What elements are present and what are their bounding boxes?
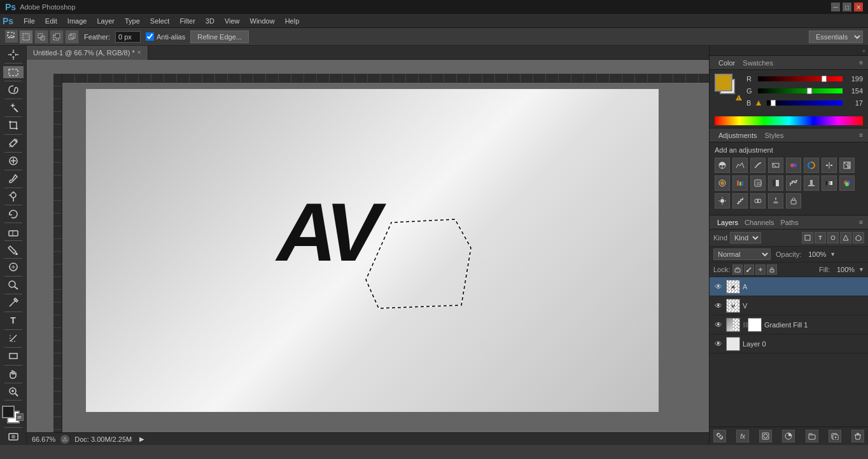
menu-filter[interactable]: Filter xyxy=(174,16,200,26)
fill-arrow[interactable]: ▼ xyxy=(858,266,864,273)
anti-alias-checkbox[interactable] xyxy=(146,32,154,41)
color-balance-btn[interactable] xyxy=(822,158,837,173)
menu-3d[interactable]: 3D xyxy=(200,16,220,26)
tab-adjustments[interactable]: Adjustments xyxy=(715,132,761,139)
workspace-preset-dropdown[interactable]: Essentials xyxy=(809,31,863,43)
invert-btn[interactable] xyxy=(768,175,783,191)
window-controls[interactable]: ─ □ ✕ xyxy=(831,3,863,11)
type-tool[interactable]: T xyxy=(3,315,24,327)
layer-fx-btn[interactable]: fx xyxy=(736,430,749,442)
pen-tool[interactable] xyxy=(3,297,24,309)
lock-transparency-icon[interactable] xyxy=(732,264,743,275)
zoom-tool[interactable] xyxy=(3,385,24,397)
curves-alt-btn[interactable] xyxy=(732,193,748,209)
magic-wand-tool[interactable] xyxy=(3,102,24,114)
eyedropper-tool[interactable] xyxy=(3,137,24,149)
hue-sat-btn[interactable] xyxy=(804,158,819,173)
gradient-map-btn[interactable] xyxy=(822,175,837,191)
tab-layers[interactable]: Layers xyxy=(715,219,741,226)
shadow-btn[interactable] xyxy=(768,193,783,209)
menu-select[interactable]: Select xyxy=(145,16,175,26)
new-layer-btn[interactable] xyxy=(829,430,841,442)
menu-edit[interactable]: Edit xyxy=(40,16,62,26)
layer-link-btn[interactable] xyxy=(713,430,726,442)
tab-swatches[interactable]: Swatches xyxy=(739,59,777,67)
rectangular-marquee-tool[interactable] xyxy=(3,66,24,78)
layer-0-visibility[interactable]: 👁 xyxy=(713,339,724,349)
tab-styles[interactable]: Styles xyxy=(761,132,788,139)
filter-smartobject-icon[interactable] xyxy=(853,232,864,243)
crop-tool[interactable] xyxy=(3,120,24,132)
curves-btn[interactable] xyxy=(750,158,766,173)
tab-paths[interactable]: Paths xyxy=(778,219,801,226)
channel-mixer-btn[interactable] xyxy=(732,175,748,191)
filter-adjustment-icon[interactable] xyxy=(827,232,839,243)
layer-adj-btn[interactable] xyxy=(782,430,795,442)
menu-image[interactable]: Image xyxy=(62,16,92,26)
delete-layer-btn[interactable] xyxy=(851,430,864,442)
menu-window[interactable]: Window xyxy=(245,16,280,26)
layer-group-btn[interactable] xyxy=(806,430,818,442)
paint-bucket-tool[interactable] xyxy=(3,243,24,256)
hand-tool[interactable] xyxy=(3,367,24,380)
close-button[interactable]: ✕ xyxy=(854,3,863,11)
color-spectrum[interactable] xyxy=(715,116,863,125)
bw-btn[interactable] xyxy=(839,158,855,173)
lock-adj-btn[interactable] xyxy=(786,193,801,209)
color-panel-options[interactable]: ≡ xyxy=(859,59,863,66)
layer-item-v[interactable]: 👁 V V xyxy=(710,296,868,315)
lock-move-icon[interactable] xyxy=(755,264,766,275)
adj-panel-options[interactable]: ≡ xyxy=(859,132,863,139)
menu-file[interactable]: File xyxy=(18,16,40,26)
r-slider-thumb[interactable] xyxy=(822,76,827,82)
lasso-tool[interactable] xyxy=(3,84,24,96)
menu-help[interactable]: Help xyxy=(280,16,305,26)
quick-mask-btn[interactable] xyxy=(3,430,24,442)
vibrance-btn[interactable] xyxy=(786,158,801,173)
eraser-tool[interactable] xyxy=(3,226,24,238)
layer-a-visibility[interactable]: 👁 xyxy=(713,282,724,292)
dodge-tool[interactable] xyxy=(3,279,24,291)
blur-tool[interactable] xyxy=(3,261,24,273)
intersect-selection-btn[interactable] xyxy=(65,30,79,44)
foreground-color-swatch[interactable] xyxy=(2,406,15,418)
threshold-btn[interactable] xyxy=(804,175,819,191)
tab-channels[interactable]: Channels xyxy=(742,219,776,226)
brush-tool[interactable] xyxy=(3,172,24,184)
clone-stamp-tool[interactable] xyxy=(3,190,24,202)
new-selection-btn[interactable] xyxy=(19,30,33,44)
refine-edge-button[interactable]: Refine Edge... xyxy=(190,31,249,43)
layer-gradient-visibility[interactable]: 👁 xyxy=(713,320,724,330)
layers-panel-options[interactable]: ≡ xyxy=(859,219,863,226)
path-selection-tool[interactable] xyxy=(3,332,24,345)
add-selection-btn[interactable] xyxy=(34,30,48,44)
minimize-button[interactable]: ─ xyxy=(831,3,840,11)
kind-dropdown[interactable]: Kind xyxy=(730,232,761,243)
photo-filter-btn[interactable] xyxy=(715,175,730,191)
canvas[interactable]: AV xyxy=(86,89,659,412)
b-slider-thumb[interactable] xyxy=(771,100,776,106)
tab-color[interactable]: Color xyxy=(715,59,739,67)
layer-item-0[interactable]: 👁 Layer 0 xyxy=(710,334,868,353)
brightness-alt-btn[interactable] xyxy=(715,193,730,209)
move-tool[interactable] xyxy=(3,48,24,60)
healing-brush-tool[interactable] xyxy=(3,154,24,167)
levels-btn[interactable] xyxy=(732,158,748,173)
selective-color-btn[interactable] xyxy=(839,175,855,191)
opacity-arrow[interactable]: ▼ xyxy=(830,251,836,257)
filter-text-icon[interactable]: T xyxy=(815,232,826,243)
g-slider-track[interactable] xyxy=(758,88,843,93)
history-brush-tool[interactable] xyxy=(3,208,24,220)
swap-colors-btn[interactable]: ⇌ xyxy=(16,413,24,421)
maximize-button[interactable]: □ xyxy=(843,3,851,11)
lock-paint-icon[interactable] xyxy=(744,264,754,275)
posterize-btn[interactable] xyxy=(786,175,801,191)
feather-input[interactable] xyxy=(115,31,141,43)
brightness-contrast-btn[interactable] xyxy=(715,158,730,173)
layer-item-a[interactable]: 👁 A A xyxy=(710,277,868,296)
panel-collapse-btn[interactable]: « xyxy=(862,48,865,54)
filter-shape-icon[interactable] xyxy=(840,232,851,243)
color-lookup-btn[interactable]: 3D xyxy=(750,175,766,191)
menu-view[interactable]: View xyxy=(220,16,245,26)
channels-btn[interactable] xyxy=(750,193,766,209)
